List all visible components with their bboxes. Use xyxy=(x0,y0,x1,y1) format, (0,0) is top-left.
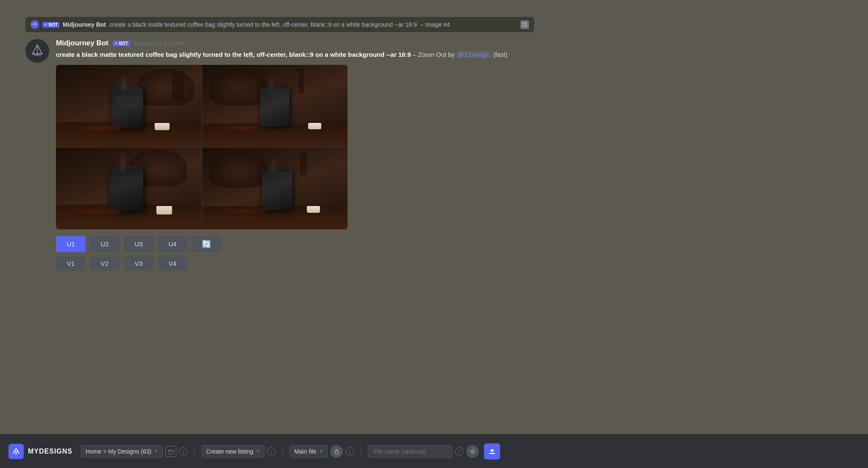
v4-button[interactable]: V4 xyxy=(158,256,187,270)
action-buttons-row1: U1 U2 U3 U4 🔄 xyxy=(56,236,568,252)
svg-point-12 xyxy=(472,450,474,452)
v2-button[interactable]: V2 xyxy=(90,256,120,270)
coffee-scene-4 xyxy=(202,148,348,229)
create-listing-dropdown[interactable]: Create new listing ▼ xyxy=(201,445,264,458)
lock-icon[interactable] xyxy=(330,445,343,458)
brand-logo: MYDESIGNS xyxy=(8,444,72,459)
main-file-section: Main file ▼ i xyxy=(289,445,354,458)
username: Midjourney Bot xyxy=(56,39,108,47)
divider-3 xyxy=(361,445,361,458)
notification-bar: BOT Midjourney Bot create a black matte … xyxy=(25,17,534,32)
notification-suffix: – Image #4 xyxy=(420,21,450,28)
image-grid xyxy=(56,65,348,229)
bot-small-avatar xyxy=(31,20,39,29)
message-strong: create a black matte textured coffee bag… xyxy=(56,51,411,58)
v1-button[interactable]: V1 xyxy=(56,256,86,270)
svg-rect-3 xyxy=(523,25,524,27)
file-name-input[interactable] xyxy=(368,445,453,458)
u1-button[interactable]: U1 xyxy=(56,236,86,252)
u2-button[interactable]: U2 xyxy=(90,236,120,252)
refresh-button[interactable]: 🔄 xyxy=(192,236,221,252)
action-buttons-row2: V1 V2 V3 V4 xyxy=(56,256,568,270)
settings-icon[interactable] xyxy=(466,445,479,458)
file-name-info-icon[interactable]: i xyxy=(455,447,464,456)
bot-badge-small: BOT xyxy=(42,22,59,28)
coffee-scene-1 xyxy=(56,65,201,147)
main-file-info-icon[interactable]: i xyxy=(345,447,354,456)
create-listing-text: Create new listing xyxy=(206,448,253,455)
breadcrumb-section: Home > My Designs (63) ▼ i xyxy=(81,445,187,458)
bot-badge: BOT xyxy=(113,41,130,46)
refresh-icon: 🔄 xyxy=(202,240,211,249)
brand-name: MYDESIGNS xyxy=(28,448,72,455)
breadcrumb-text: Home > My Designs (63) xyxy=(86,448,151,455)
bottom-toolbar: MYDESIGNS Home > My Designs (63) ▼ i Cre… xyxy=(0,434,868,468)
svg-rect-9 xyxy=(15,453,17,454)
coffee-scene-3 xyxy=(56,148,201,229)
svg-rect-4 xyxy=(525,25,527,27)
message-header: Midjourney Bot BOT 10/20/2023 3:11 PM xyxy=(56,39,568,47)
coffee-scene-2 xyxy=(202,65,348,147)
timestamp: 10/20/2023 3:11 PM xyxy=(134,40,184,47)
divider-1 xyxy=(194,445,195,458)
grid-cell-1 xyxy=(56,65,201,147)
avatar xyxy=(25,39,49,63)
grid-cell-2 xyxy=(202,65,348,147)
mention: @J.Design. xyxy=(456,51,491,58)
breadcrumb-chevron-icon: ▼ xyxy=(154,449,158,454)
u3-button[interactable]: U3 xyxy=(124,236,153,252)
grid-cell-3 xyxy=(56,148,201,229)
message-row: Midjourney Bot BOT 10/20/2023 3:11 PM cr… xyxy=(25,39,568,275)
grid-cell-4 xyxy=(202,148,348,229)
create-listing-chevron-icon: ▼ xyxy=(256,449,260,454)
notification-text: Midjourney Bot xyxy=(63,21,106,28)
v3-button[interactable]: V3 xyxy=(124,256,153,270)
breadcrumb-dropdown[interactable]: Home > My Designs (63) ▼ xyxy=(81,445,163,458)
svg-rect-11 xyxy=(335,451,338,454)
svg-rect-2 xyxy=(525,22,527,24)
svg-point-0 xyxy=(32,22,38,28)
upload-button[interactable] xyxy=(484,443,500,460)
chat-container: BOT Midjourney Bot create a black matte … xyxy=(0,0,593,292)
message-text: create a black matte textured coffee bag… xyxy=(56,50,568,60)
file-name-section: i xyxy=(368,445,479,458)
main-file-text: Main file xyxy=(294,448,316,455)
create-listing-info-icon[interactable]: i xyxy=(267,447,275,456)
u4-button[interactable]: U4 xyxy=(158,236,187,252)
upload-folder-icon[interactable] xyxy=(165,446,176,457)
main-file-chevron-icon: ▼ xyxy=(319,449,323,454)
main-file-dropdown[interactable]: Main file ▼ xyxy=(289,445,328,458)
brand-icon xyxy=(8,444,24,459)
expand-icon[interactable] xyxy=(520,20,529,29)
breadcrumb-info-icon[interactable]: i xyxy=(179,447,187,456)
divider-2 xyxy=(282,445,283,458)
speed: (fast) xyxy=(493,51,507,58)
create-listing-section: Create new listing ▼ i xyxy=(201,445,275,458)
message-content: Midjourney Bot BOT 10/20/2023 3:11 PM cr… xyxy=(56,39,568,275)
svg-rect-1 xyxy=(523,22,524,24)
message-suffix: – Zoom Out by xyxy=(413,51,455,58)
notification-prompt: create a black matte textured coffee bag… xyxy=(109,21,417,28)
